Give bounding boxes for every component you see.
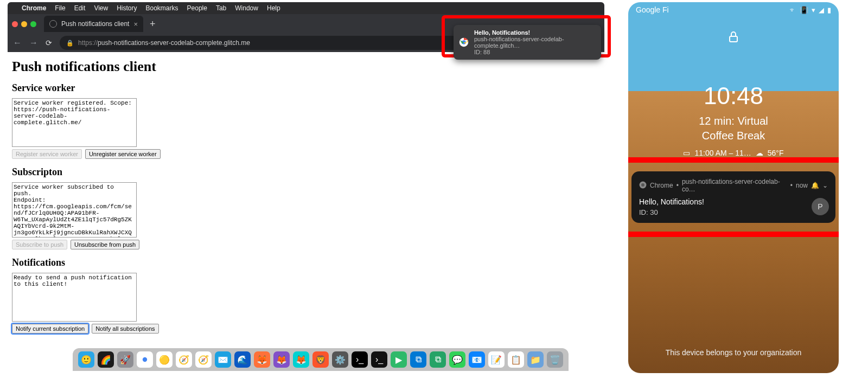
browser-tab[interactable]: Push notifications client × [44, 16, 143, 32]
subscription-heading: Subscripton [12, 166, 600, 178]
sw-status-textarea[interactable]: Service worker registered. Scope: https:… [12, 98, 137, 147]
notifications-textarea[interactable]: Ready to send a push notification to thi… [12, 273, 137, 322]
dock-vscode-insiders[interactable]: ⧉ [430, 351, 446, 368]
weather-time: 11:00 AM – 11… [694, 149, 751, 157]
dock-brave[interactable]: 🦁 [312, 351, 329, 368]
chrome-icon [459, 37, 469, 48]
weather-temp: 56°F [768, 149, 784, 157]
traffic-lights [12, 21, 36, 27]
menu-window[interactable]: Window [235, 4, 258, 12]
battery-icon: ▮ [827, 6, 831, 14]
menu-people[interactable]: People [187, 4, 207, 12]
unregister-sw-button[interactable]: Unregister service worker [85, 149, 161, 159]
notif-avatar: P [812, 198, 829, 215]
page-content: Push notifications client Service worker… [8, 52, 604, 340]
dock-chrome[interactable] [137, 351, 153, 368]
dock-iterm[interactable]: ›_ [371, 351, 387, 368]
dock-vscode[interactable]: ⧉ [410, 351, 426, 368]
menu-tab[interactable]: Tab [216, 4, 226, 12]
lockscreen-event: 12 min: Virtual Coffee Break [628, 114, 839, 143]
dock-camtasia[interactable]: ▶ [391, 351, 407, 368]
signal-icon: ◢ [819, 6, 824, 14]
vibrate-icon: 📳 [800, 6, 808, 14]
phone-statusbar: Google Fi ᯤ 📳 ▾ ◢ ▮ [628, 2, 839, 17]
notif-title: Hello, Notifications! [639, 197, 828, 206]
dock-settings[interactable]: ⚙️ [332, 351, 348, 368]
dock-terminal[interactable]: ›_ [352, 351, 368, 368]
new-tab-button[interactable]: + [146, 18, 159, 30]
dock-mail[interactable]: ✉️ [215, 351, 231, 368]
reload-button[interactable]: ⟳ [46, 39, 52, 47]
dock-firefox-nightly[interactable]: 🦊 [293, 351, 309, 368]
calendar-icon: ▭ [683, 149, 690, 157]
globe-icon [49, 20, 57, 28]
dock-safari[interactable]: 🧭 [176, 351, 192, 368]
dock-firefox-dev[interactable]: 🦊 [273, 351, 290, 368]
dock-siri[interactable]: 🌈 [98, 351, 114, 368]
notifications-heading: Notifications [12, 257, 600, 268]
mac-dock: 🙂 🌈 🚀 🟡 🧭 🧭 ✉️ 🌊 🦊 🦊 🦊 🦁 ⚙️ ›_ ›_ ▶ ⧉ ⧉ … [73, 348, 569, 371]
bell-icon: 🔔 [811, 182, 819, 189]
close-tab-icon[interactable]: × [133, 20, 138, 28]
register-sw-button: Register service worker [12, 149, 82, 159]
dock-edge[interactable]: 🌊 [234, 351, 251, 368]
chevron-down-icon[interactable]: ⌄ [822, 182, 828, 189]
android-phone: Google Fi ᯤ 📳 ▾ ◢ ▮ 10:48 12 min: Virtua… [628, 2, 839, 373]
mac-notification-highlight: Hello, Notifications! push-notifications… [442, 15, 611, 57]
notify-current-button[interactable]: Notify current subscription [12, 324, 88, 334]
url-host: push-notifications-server-codelab-comple… [98, 39, 250, 47]
svg-rect-4 [730, 36, 737, 42]
org-label: This device belongs to your organization [628, 348, 839, 357]
dock-firefox[interactable]: 🦊 [254, 351, 270, 368]
dock-notes[interactable]: 📝 [488, 351, 505, 368]
menu-view[interactable]: View [94, 4, 108, 12]
android-notification[interactable]: Chrome • push-notifications-server-codel… [631, 171, 835, 223]
dock-messages[interactable]: 💬 [449, 351, 465, 368]
maximize-window-button[interactable] [30, 21, 36, 27]
menu-bookmarks[interactable]: Bookmarks [146, 4, 178, 12]
minimize-window-button[interactable] [21, 21, 27, 27]
svg-point-6 [641, 183, 644, 187]
status-icons: ᯤ 📳 ▾ ◢ ▮ [789, 6, 831, 14]
lockscreen-weather: ▭ 11:00 AM – 11… ☁ 56°F [628, 149, 839, 157]
nfc-icon: ᯤ [789, 6, 796, 14]
carrier-label: Google Fi [636, 5, 669, 14]
mac-notif-body: ID: 88 [474, 49, 596, 55]
menu-help[interactable]: Help [267, 4, 280, 12]
dock-launchpad[interactable]: 🚀 [117, 351, 133, 368]
android-notification-highlight: Chrome • push-notifications-server-codel… [628, 157, 839, 237]
close-window-button[interactable] [12, 21, 18, 27]
menu-file[interactable]: File [55, 4, 65, 12]
back-button[interactable]: ← [13, 38, 22, 48]
dock-safari-tp[interactable]: 🧭 [195, 351, 212, 368]
notif-app: Chrome [650, 182, 673, 189]
mac-menubar: Chrome File Edit View History Bookmarks … [8, 2, 604, 14]
lockscreen-clock: 10:48 [628, 82, 839, 110]
mac-notif-source: push-notifications-server-codelab-comple… [474, 36, 596, 49]
unsubscribe-button[interactable]: Unsubscribe from push [71, 240, 139, 249]
subscription-textarea[interactable]: Service worker subscribed to push. Endpo… [12, 182, 137, 238]
menu-edit[interactable]: Edit [74, 4, 86, 12]
dock-outlook[interactable]: 📧 [469, 351, 485, 368]
dock-reminders[interactable]: 📋 [508, 351, 524, 368]
forward-button[interactable]: → [29, 38, 38, 48]
notif-time: now [796, 182, 808, 189]
menu-history[interactable]: History [117, 4, 137, 12]
page-title: Push notifications client [12, 59, 600, 75]
dock-trash[interactable]: 🗑️ [547, 351, 563, 368]
subscribe-button: Subscribe to push [12, 240, 67, 249]
notif-source: push-notifications-server-codelab-co… [682, 178, 787, 193]
notif-body: ID: 30 [639, 208, 828, 216]
dock-finder[interactable]: 🙂 [78, 351, 94, 368]
dock-chrome-canary[interactable]: 🟡 [156, 351, 173, 368]
tab-title: Push notifications client [61, 20, 129, 28]
mac-notification[interactable]: Hello, Notifications! push-notifications… [454, 25, 601, 60]
chrome-icon [639, 181, 647, 190]
notify-all-button[interactable]: Notify all subscriptions [92, 324, 158, 334]
svg-point-3 [143, 357, 147, 362]
app-menu[interactable]: Chrome [22, 4, 46, 12]
cloud-icon: ☁ [756, 149, 763, 157]
sw-heading: Service worker [12, 82, 600, 94]
dock-downloads[interactable]: 📁 [527, 351, 544, 368]
url-scheme: https:// [78, 39, 98, 47]
